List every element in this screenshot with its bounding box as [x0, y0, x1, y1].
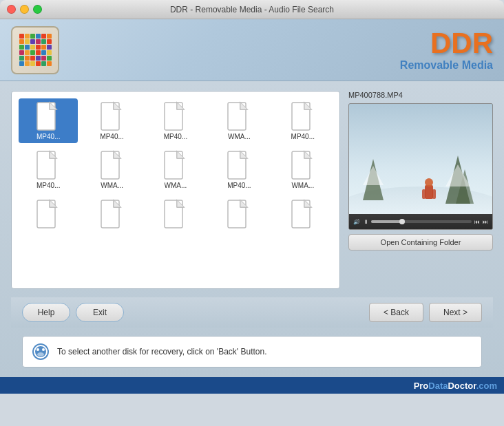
file-item[interactable]: WMA...	[146, 147, 205, 192]
file-item[interactable]	[273, 196, 333, 233]
file-label: WMA...	[101, 182, 123, 189]
preview-filename: MP400788.MP4	[348, 91, 493, 99]
status-message: To select another disk for recovery, cli…	[57, 347, 267, 356]
exit-button[interactable]: Exit	[76, 303, 124, 322]
svg-rect-24	[422, 189, 426, 199]
file-icon	[227, 150, 251, 180]
file-icon	[163, 199, 188, 229]
file-label: WMA...	[165, 182, 187, 189]
window-title: DDR - Removable Media - Audio File Searc…	[170, 5, 334, 14]
brand-block: DDR Removable Media	[400, 29, 493, 72]
file-item[interactable]: MP40...	[273, 98, 333, 143]
svg-point-23	[425, 178, 433, 187]
logo-grid	[19, 34, 52, 66]
watermark-text: ProDataDoctor.com	[414, 381, 497, 391]
svg-rect-25	[432, 189, 436, 199]
progress-thumb[interactable]	[399, 219, 405, 224]
next-button[interactable]: Next >	[429, 303, 482, 322]
file-label: MP40...	[100, 133, 123, 140]
window-controls[interactable]	[7, 5, 42, 14]
video-scene	[349, 104, 492, 214]
file-item[interactable]: MP40...	[82, 98, 141, 143]
main-content: MP40... MP40... MP40... WMA... MP40... M…	[0, 81, 504, 377]
status-icon	[31, 342, 50, 361]
file-item[interactable]	[82, 196, 141, 233]
file-item[interactable]: MP40...	[19, 98, 78, 143]
file-item[interactable]: WMA...	[82, 147, 141, 192]
open-folder-button[interactable]: Open Containing Folder	[348, 234, 493, 251]
app-logo	[11, 26, 59, 74]
file-icon	[100, 199, 125, 229]
file-item[interactable]: WMA...	[273, 147, 333, 192]
preview-video	[349, 104, 492, 214]
svg-point-28	[37, 352, 44, 356]
play-pause-icon[interactable]: ⏸	[363, 219, 368, 225]
file-label: MP40...	[227, 182, 251, 189]
file-item[interactable]: MP40...	[19, 147, 78, 192]
next-frame-icon[interactable]: ⏭	[483, 219, 488, 225]
video-controls[interactable]: 🔊 ⏸ ⏮ ⏭	[349, 214, 492, 229]
file-icon	[100, 101, 125, 131]
bottom-bar: Help Exit < Back Next >	[11, 297, 493, 328]
file-item[interactable]	[209, 196, 269, 233]
preview-box: 🔊 ⏸ ⏮ ⏭	[348, 103, 493, 230]
back-button[interactable]: < Back	[369, 303, 423, 322]
svg-point-29	[36, 348, 39, 351]
file-icon	[100, 150, 125, 180]
watermark-com: .com	[476, 381, 497, 391]
file-icon	[227, 101, 251, 131]
content-row: MP40... MP40... MP40... WMA... MP40... M…	[11, 91, 493, 289]
file-icon	[163, 101, 188, 131]
preview-panel: MP400788.MP4	[348, 91, 493, 289]
file-item[interactable]: MP40...	[146, 98, 205, 143]
file-item[interactable]: WMA...	[209, 98, 269, 143]
app-header: DDR Removable Media	[0, 19, 504, 81]
file-icon	[227, 199, 251, 229]
watermark-data: Data	[428, 381, 448, 391]
file-icon	[36, 101, 61, 131]
file-icon	[291, 199, 315, 229]
file-label: MP40...	[291, 133, 315, 140]
file-icon	[163, 150, 188, 180]
title-bar: DDR - Removable Media - Audio File Searc…	[0, 0, 504, 19]
file-icon	[36, 199, 61, 229]
svg-rect-22	[425, 185, 433, 199]
file-item[interactable]	[19, 196, 78, 233]
volume-icon[interactable]: 🔊	[353, 219, 360, 225]
prev-frame-icon[interactable]: ⏮	[474, 219, 480, 225]
file-label: WMA...	[228, 133, 251, 140]
file-panel: MP40... MP40... MP40... WMA... MP40... M…	[11, 91, 340, 289]
file-icon	[36, 150, 61, 180]
close-button[interactable]	[7, 5, 16, 14]
file-grid: MP40... MP40... MP40... WMA... MP40... M…	[19, 98, 333, 233]
minimize-button[interactable]	[20, 5, 29, 14]
maximize-button[interactable]	[33, 5, 42, 14]
watermark-pro: Pro	[414, 381, 429, 391]
watermark-doctor: Doctor	[448, 381, 476, 391]
file-icon	[291, 150, 315, 180]
brand-subtitle: Removable Media	[400, 59, 493, 72]
progress-bar[interactable]	[371, 220, 472, 223]
svg-point-30	[42, 348, 45, 351]
file-label: MP40...	[36, 133, 60, 140]
file-label: WMA...	[291, 182, 314, 189]
brand-ddr: DDR	[400, 29, 493, 58]
file-item[interactable]	[146, 196, 205, 233]
file-item[interactable]: MP40...	[209, 147, 269, 192]
status-bar: To select another disk for recovery, cli…	[22, 336, 482, 368]
file-label: MP40...	[36, 182, 60, 189]
file-label: MP40...	[164, 133, 187, 140]
file-icon	[291, 101, 315, 131]
footer-watermark: ProDataDoctor.com	[0, 377, 504, 394]
help-button[interactable]: Help	[22, 303, 70, 322]
progress-fill	[371, 220, 401, 223]
